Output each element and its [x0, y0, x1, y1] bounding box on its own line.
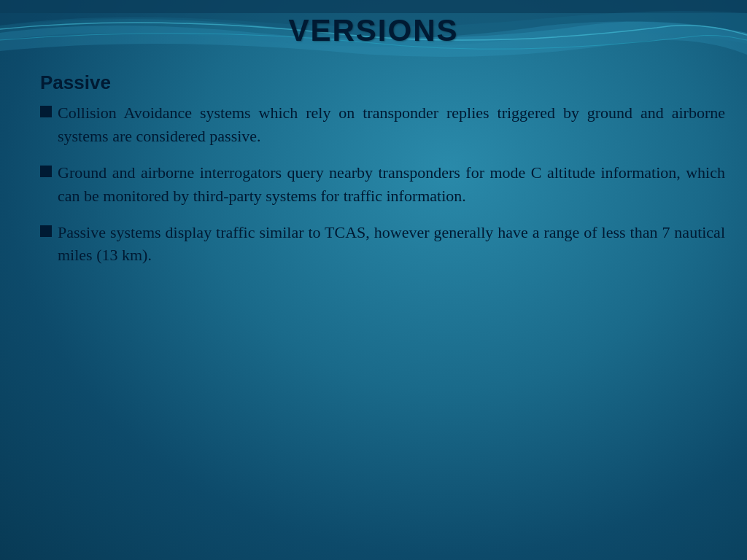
bullet-marker-2	[40, 166, 52, 177]
bullet-text-1: Collision Avoidance systems which rely o…	[58, 101, 725, 148]
content-area: Passive Collision Avoidance systems whic…	[40, 66, 725, 538]
title-area: VERSIONS	[0, 13, 747, 48]
bullet-marker-3	[40, 225, 52, 237]
bullet-text-2: Ground and airborne interrogators query …	[58, 161, 725, 208]
bullet-text-3: Passive systems display traffic similar …	[58, 221, 725, 268]
slide-title: VERSIONS	[0, 13, 747, 48]
section-heading: Passive	[40, 71, 725, 94]
list-item: Passive systems display traffic similar …	[40, 221, 725, 268]
bullet-list: Collision Avoidance systems which rely o…	[40, 101, 725, 267]
slide: VERSIONS Passive Collision Avoidance sys…	[0, 0, 747, 560]
bullet-marker-1	[40, 106, 52, 117]
list-item: Ground and airborne interrogators query …	[40, 161, 725, 208]
list-item: Collision Avoidance systems which rely o…	[40, 101, 725, 148]
